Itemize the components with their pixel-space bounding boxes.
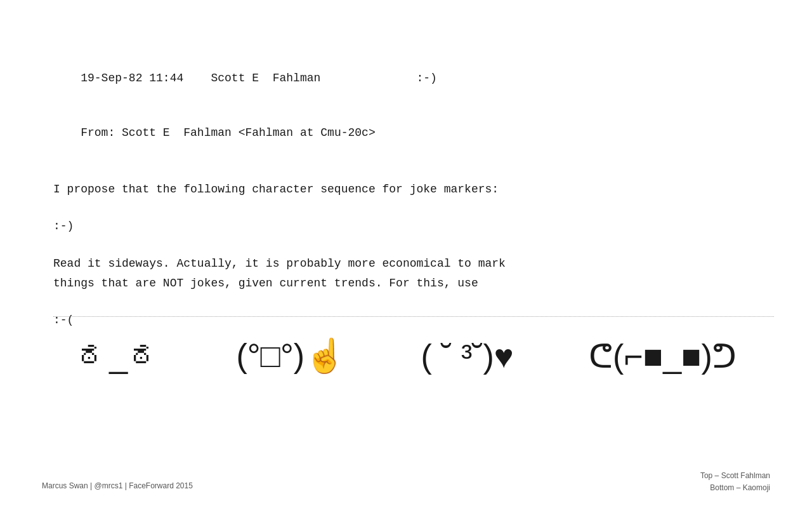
footer-right: Top – Scott Fahlman Bottom – Kaomoji (700, 470, 770, 494)
email-body-line3: Read it sideways. Actually, it is probab… (53, 254, 774, 293)
email-body-line2: :-) (53, 217, 774, 236)
footer-right-line2: Bottom – Kaomoji (700, 482, 770, 494)
email-header: 19-Sep-82 11:44 Scott E Fahlman :-) From… (53, 51, 774, 161)
kaomoji-item-4: ᕦ(⌐■_■)ᕤ (589, 337, 737, 375)
kaomoji-item-3: ( ˘ ³˘)♥ (421, 337, 513, 375)
email-body: I propose that the following character s… (53, 180, 774, 330)
email-header-line1: 19-Sep-82 11:44 Scott E Fahlman :-) (81, 72, 437, 84)
section-divider (53, 316, 774, 317)
kaomoji-section: ಠ_ಠ (°□°)☝ ( ˘ ³˘)♥ ᕦ(⌐■_■)ᕤ (38, 337, 774, 375)
footer-left-text: Marcus Swan | @mrcs1 | FaceForward 2015 (42, 481, 193, 490)
twitter-link[interactable]: @mrcs1 (94, 481, 122, 490)
email-header-line2: From: Scott E Fahlman <Fahlman at Cmu-20… (81, 126, 375, 139)
kaomoji-item-1: ಠ_ಠ (75, 337, 161, 375)
footer-right-line1: Top – Scott Fahlman (700, 470, 770, 482)
footer-left: Marcus Swan | @mrcs1 | FaceForward 2015 (42, 481, 193, 490)
email-body-line1: I propose that the following character s… (53, 180, 774, 199)
email-section: 19-Sep-82 11:44 Scott E Fahlman :-) From… (53, 51, 774, 348)
email-body-line4: :-( (53, 311, 774, 330)
kaomoji-item-2: (°□°)☝ (236, 337, 346, 375)
